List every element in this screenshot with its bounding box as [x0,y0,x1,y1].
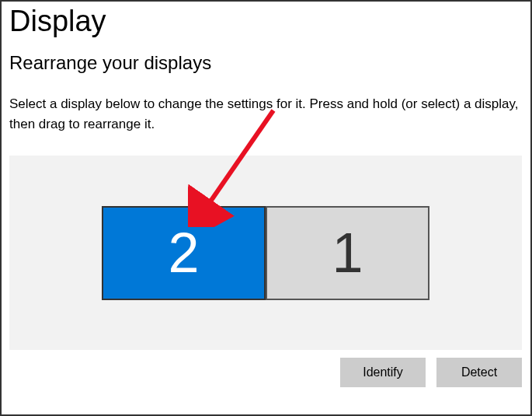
section-title: Rearrange your displays [9,52,523,74]
identify-button[interactable]: Identify [340,358,426,387]
display-monitor-2[interactable]: 2 [102,206,266,300]
page-title: Display [9,5,523,38]
display-arrangement-area[interactable]: 2 1 [9,156,522,350]
description-text: Select a display below to change the set… [9,94,522,134]
button-row: Identify Detect [9,358,522,387]
display-monitor-1[interactable]: 1 [266,206,429,300]
displays-container: 2 1 [102,206,429,300]
detect-button[interactable]: Detect [436,358,522,387]
